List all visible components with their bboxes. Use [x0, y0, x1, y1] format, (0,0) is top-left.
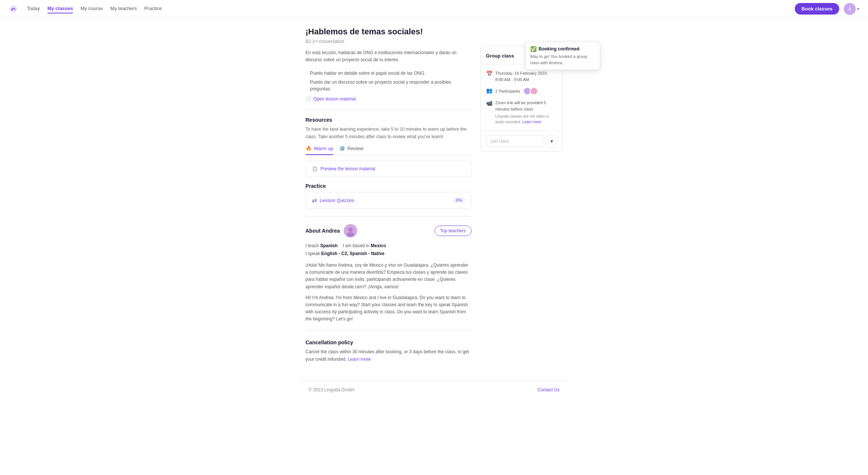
- lesson-description: En esta lección, hablarás de ONG e insti…: [306, 49, 472, 63]
- teacher-bio-spanish: ¡Hola! Me llamo Andrea, soy de Mexico y …: [306, 262, 472, 291]
- divider-3: [306, 330, 472, 330]
- group-class-learn-more-link[interactable]: Learn more: [522, 120, 541, 124]
- join-class-row: join class ▾: [481, 131, 562, 151]
- date-time-row: 📅 Thursday, 16 February 2023 8:00 AM - 9…: [486, 68, 557, 85]
- nav-link-my-teachers[interactable]: My teachers: [110, 4, 137, 13]
- teacher-teaches-value: Spanish: [320, 243, 338, 248]
- group-class-body: 📅 Thursday, 16 February 2023 8:00 AM - 9…: [481, 64, 562, 131]
- join-class-button[interactable]: join class: [486, 135, 544, 147]
- participant-avatars: [523, 87, 538, 95]
- nav-links: Today My classes My course My teachers P…: [27, 4, 162, 13]
- teacher-based-value: Mexico: [371, 243, 386, 248]
- nav-right: Book classes A ▾: [795, 3, 859, 15]
- user-avatar-menu[interactable]: A ▾: [844, 3, 859, 15]
- svg-point-1: [11, 9, 13, 10]
- nav-link-my-classes[interactable]: My classes: [47, 4, 73, 13]
- sidebar-wrapper: ✅ Booking confirmed Way to go! You booke…: [481, 46, 563, 152]
- resources-description: To have the best learning experience, ta…: [306, 126, 472, 140]
- page-footer: © 2023 Lingoda GmbH Contact Us: [300, 381, 569, 398]
- sidebar-area: ✅ Booking confirmed Way to go! You booke…: [481, 27, 563, 363]
- practice-section: Practice ⇄ Lesson Quizzes 0%: [306, 183, 472, 209]
- tab-review[interactable]: ⚙️ Review: [339, 146, 364, 155]
- practice-title: Practice: [306, 183, 472, 189]
- cancellation-title: Cancellation policy: [306, 339, 472, 345]
- footer-copyright: © 2023 Lingoda GmbH: [309, 387, 355, 392]
- booking-confirmed-toast: ✅ Booking confirmed Way to go! You booke…: [525, 42, 600, 70]
- quiz-percentage-badge: 0%: [453, 197, 465, 203]
- book-classes-button[interactable]: Book classes: [795, 3, 839, 15]
- recorded-note: Lingoda classes are not video or audio r…: [495, 114, 557, 125]
- about-section: About Andrea Top teachers I teach Spanis…: [306, 224, 472, 323]
- divider-2: [306, 216, 472, 217]
- participant-avatar-2: [530, 87, 538, 95]
- participants-icon: 👥: [486, 87, 492, 93]
- tab-warm-up[interactable]: 🔥 Warm up: [306, 146, 333, 155]
- zoom-row: 📹 Zoom link will be provided 5 minutes b…: [486, 97, 557, 127]
- teacher-bio-english: Hi! I'm Andrea. I'm from Mexico and I li…: [306, 294, 472, 323]
- teacher-avatar-image: [344, 224, 357, 238]
- teacher-speaks-value: English - C2, Spanish - Native: [321, 251, 384, 256]
- chevron-down-icon: ▾: [857, 7, 859, 11]
- resource-tabs: 🔥 Warm up ⚙️ Review: [306, 146, 472, 155]
- join-class-dropdown-button[interactable]: ▾: [546, 135, 557, 148]
- cancellation-learn-more-link[interactable]: Learn more: [348, 357, 371, 362]
- nav-link-today[interactable]: Today: [27, 4, 40, 13]
- zoom-note: Zoom link will be provided 5 minutes bef…: [495, 100, 557, 112]
- top-teachers-button[interactable]: Top teachers: [435, 226, 472, 236]
- quiz-label[interactable]: Lesson Quizzes: [320, 198, 355, 203]
- participants-row: 👥 2 Participants: [486, 85, 557, 97]
- logo-icon: [9, 4, 18, 13]
- contact-us-link[interactable]: Contact Us: [537, 387, 559, 392]
- avatar: A: [844, 3, 856, 15]
- lesson-bullet-2: Puedo dar un discurso sobre un proyecto …: [306, 78, 472, 93]
- divider-1: [306, 109, 472, 109]
- cancellation-section: Cancellation policy Cancel the class wit…: [306, 339, 472, 363]
- document-icon: 📋: [312, 166, 318, 171]
- about-title-row: About Andrea: [306, 224, 357, 238]
- nav-link-my-course[interactable]: My course: [80, 4, 103, 13]
- svg-point-0: [10, 5, 17, 13]
- cancellation-description: Cancel the class within 30 minutes after…: [306, 348, 472, 363]
- check-circle-icon: ✅: [530, 46, 537, 52]
- open-lesson-material-link[interactable]: 📄 Open lesson material: [306, 96, 356, 102]
- lesson-title: ¡Hablemos de temas sociales!: [306, 27, 472, 37]
- quiz-icon: ⇄: [312, 197, 317, 204]
- nav-link-practice[interactable]: Practice: [144, 4, 162, 13]
- toast-title-row: ✅ Booking confirmed: [530, 46, 595, 52]
- quiz-left: ⇄ Lesson Quizzes: [312, 197, 355, 204]
- about-title: About Andrea: [306, 228, 340, 234]
- main-container: ¡Hablemos de temas sociales! B2.3 • conv…: [300, 18, 569, 372]
- lesson-bullet-1: Puedo hablar en detalle sobre el papel s…: [306, 69, 472, 78]
- teacher-avatar: [344, 224, 357, 238]
- preview-lesson-material-link[interactable]: 📋 Preview the lesson material: [312, 166, 465, 171]
- teacher-meta: I teach Spanish I am based in Mexico I s…: [306, 242, 472, 258]
- nav-left: Today My classes My course My teachers P…: [9, 4, 162, 13]
- warm-up-icon: 🔥: [306, 146, 312, 151]
- toast-title: Booking confirmed: [539, 46, 580, 52]
- content-area: ¡Hablemos de temas sociales! B2.3 • conv…: [306, 27, 472, 363]
- calendar-icon: 📅: [486, 71, 492, 77]
- toast-body: Way to go! You booked a group class with…: [530, 53, 595, 66]
- file-icon: 📄: [306, 96, 311, 102]
- svg-point-3: [348, 227, 353, 232]
- about-header: About Andrea Top teachers: [306, 224, 472, 238]
- svg-point-4: [347, 232, 354, 237]
- date-time-text: Thursday, 16 February 2023 8:00 AM - 9:0…: [495, 70, 547, 83]
- preview-card: 📋 Preview the lesson material: [306, 161, 472, 177]
- review-icon: ⚙️: [339, 146, 345, 151]
- quiz-row: ⇄ Lesson Quizzes 0%: [306, 192, 472, 209]
- navbar: Today My classes My course My teachers P…: [0, 0, 868, 18]
- video-icon: 📹: [486, 100, 492, 106]
- participants-count: 2 Participants: [495, 88, 521, 94]
- lesson-subtitle: B2.3 • conversation: [306, 39, 472, 44]
- resources-title: Resources: [306, 117, 472, 123]
